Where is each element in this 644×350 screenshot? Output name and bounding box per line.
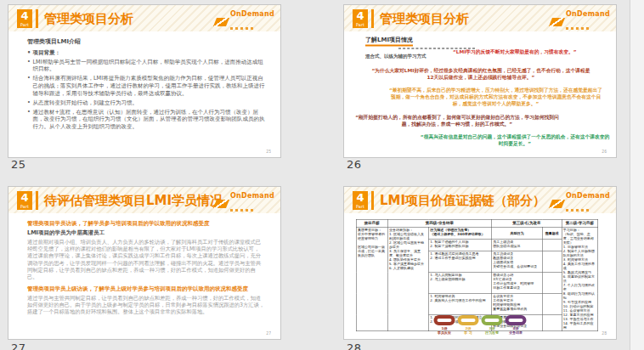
brand-logo: OnDemand bbox=[551, 193, 610, 214]
behavior-cell: 1. 制定了明确的个人目标 2. 制定了清晰的团队目标 bbox=[429, 239, 492, 251]
brand-logo: OnDemand bbox=[215, 11, 274, 32]
measure-cell bbox=[542, 272, 562, 293]
chain-label: 3级 行为改变 bbox=[485, 326, 499, 335]
evidence-cell: 员工上级访谈 团队业绩达成情况 bbox=[492, 239, 543, 251]
chain-link-icon bbox=[434, 315, 455, 325]
slide-thumbnail-27[interactable]: 4 Part 待评估管理类项目LMI学员情况 OnDemand 管理类项目学员访… bbox=[8, 186, 281, 340]
bullet-list: 项目背景： LMI帮助学员与主管一同根据组织目标制定个人目标，帮助学员实现个人目… bbox=[27, 48, 265, 130]
slide-body: 管理类项目学员访谈，了解学员参与培训项目后的学以致用的状况和感受度 LMI项目的… bbox=[8, 213, 280, 339]
chain-label: 1级 学员反应 bbox=[438, 326, 451, 335]
brand-logo: OnDemand bbox=[215, 193, 274, 214]
logo-subtext-dots bbox=[230, 19, 274, 32]
slide-header: 4 Part LMI项目价值证据链（部分） OnDemand bbox=[344, 187, 616, 213]
participant-quote: “LMI学习的反馈不断对大家帮助是有的，习惯有改变。” bbox=[453, 48, 608, 55]
part-number: 4 bbox=[353, 10, 368, 22]
participant-quote: “很高兴还有信息是对自己的问题，这个课程提供了一个反思的机会，还有这个课改变的时… bbox=[419, 133, 611, 147]
subsection-label: 混合式、以练为辅的学习方式 bbox=[365, 53, 427, 59]
supervisor-interview-heading: 管理类项目学员上级访谈，了解学员上级对学员参与培训项目后的学以致用的状况和感受度 bbox=[27, 285, 264, 292]
kirkpatrick-chain: 1级 学员反应 2级 学 习 3级 行为改变 4级 业务结果 bbox=[344, 315, 616, 335]
chain-link-icon bbox=[506, 315, 527, 325]
bullet-item: 项目背景： bbox=[27, 48, 265, 56]
slide-title: 管理类项目分析 bbox=[44, 11, 133, 27]
logo-subtext-dots bbox=[566, 19, 610, 32]
bullet-item: 结合海科原有测评结果，LMI将提升能力素质模型聚焦的能力作为目标，使管理人员可以… bbox=[27, 75, 265, 97]
slide-body: 管理类项目LMI介绍 项目背景： LMI帮助学员与主管一同根据组织目标制定个人目… bbox=[8, 31, 280, 157]
logo-name: OnDemand bbox=[230, 193, 274, 200]
measure-header: 衡量标准 bbox=[542, 227, 562, 239]
participant-quote: “刚开始挺打动人的，所有的点都看到了，如何做可以更好的做好自己的方法，学习如何找… bbox=[355, 114, 559, 127]
title-accent-bar bbox=[371, 9, 374, 28]
logo-name: OnDemand bbox=[566, 193, 610, 200]
logo-parallelogram-icon bbox=[213, 18, 229, 26]
logo-parallelogram-icon bbox=[549, 200, 565, 208]
measure-cell bbox=[542, 251, 562, 272]
part-number: 4 bbox=[353, 192, 368, 204]
brand-logo: OnDemand bbox=[551, 11, 610, 32]
interview-paragraph: 通过前期对项目小组、培训负责人、人力负责人的多轮访谈，了解到海科员工对于传统的课… bbox=[27, 239, 264, 281]
measure-cell bbox=[542, 239, 562, 251]
slide-number-label: 27 bbox=[11, 342, 26, 350]
logo-name: OnDemand bbox=[566, 11, 610, 18]
table-header-row: 效益目标 第四级-业务结果 第三级-行为改变 第二级-学习目标 bbox=[356, 219, 598, 227]
title-accent-bar bbox=[36, 191, 38, 210]
col-header: 第二级-学习目标 bbox=[562, 219, 598, 227]
logo-subtext-dots bbox=[230, 200, 274, 214]
participant-quote: “最初期望不高，后来自己的学习精进增大，压力特别大，通过培训找到了方法，还在感觉… bbox=[388, 87, 603, 107]
slide-title: 管理类项目分析 bbox=[380, 11, 469, 27]
behavior-desc-cell: 行为描述（管理行为改变） （通过上级评价、360度评估获取） bbox=[429, 227, 492, 239]
measure-cell bbox=[542, 293, 562, 314]
evidence-cell: 员工访谈记录 教练面谈记录 上级跟进反馈 关键任务达成、会议纪要记录 bbox=[492, 251, 543, 272]
behavior-cell: 1. 时间管理改善 2. 高效能人士的习惯在工作中的应用 bbox=[429, 293, 492, 314]
evidence-cell: 面谈记录小结 3方汇谈记录 工作计划完成率、时间管理 目标工作复盘记录 bbox=[492, 272, 543, 293]
chain-level-4: 4级 业务结果 bbox=[501, 315, 531, 335]
slide-header: 4 Part 管理类项目分析 OnDemand bbox=[344, 5, 616, 31]
audience-heading: LMI项目的学员为中层高潜员工 bbox=[27, 229, 264, 237]
typical-behavior-header: 典型行为 bbox=[492, 227, 543, 239]
slide-thumbnail-25[interactable]: 4 Part 管理类项目分析 OnDemand 管理类项目LMI介绍 项目背景：… bbox=[8, 4, 281, 158]
behavior-cell: 1. 通过教练式提问调动员工思考 2. 通过工作手册进行实践应用 bbox=[429, 251, 492, 272]
slide-page-number: 27 bbox=[266, 331, 271, 336]
chain-label: 2级 学 习 bbox=[464, 326, 472, 335]
bullet-item: 从态度转变到开始行动，到建立行为习惯。 bbox=[27, 99, 265, 106]
logo-parallelogram-icon bbox=[213, 200, 229, 208]
title-accent-bar bbox=[36, 9, 38, 28]
slide-number-label: 25 bbox=[11, 158, 26, 171]
slide-title: LMI项目价值证据链（部分） bbox=[380, 193, 545, 209]
part-label: Part bbox=[17, 204, 32, 209]
slide-thumbnail-26[interactable]: 4 Part 管理类项目分析 OnDemand 了解LMI项目情况 混合式、以练… bbox=[343, 4, 617, 158]
chain-link-icon bbox=[458, 315, 479, 325]
section-heading: 了解LMI项目情况 bbox=[365, 36, 413, 47]
slide-thumbnail-28[interactable]: 4 Part LMI项目价值证据链（部分） OnDemand 效益目标 第四级-… bbox=[343, 186, 617, 340]
supervisor-paragraph: 通过学员与主管共同制定目标，让学员看到自己的缺点和差距，养成一种习惯，好的工作模… bbox=[27, 295, 264, 316]
part-number: 4 bbox=[17, 10, 32, 22]
chain-label: 4级 业务结果 bbox=[509, 326, 523, 335]
table-subheader-row: 集团要求目标： 提升中层管理者的经营管理能力 区域公司目标一致达成，打造一支高效… bbox=[356, 227, 598, 239]
slide-body: 效益目标 第四级-业务结果 第三级-行为改变 第二级-学习目标 集团要求目标： … bbox=[344, 213, 616, 339]
title-accent-bar bbox=[371, 191, 374, 210]
slide-title: 待评估管理类项目LMI学员情况 bbox=[44, 193, 223, 209]
bullet-item: 通过教材+流程，在思维意识（认知）层面转变，通过行为训练，在个人行为习惯（改变）… bbox=[27, 108, 265, 130]
bullet-item: LMI帮助学员与主管一同根据组织目标制定个人目标，帮助学员实现个人目标，进而推动… bbox=[27, 58, 265, 72]
part-number: 4 bbox=[17, 192, 32, 204]
interview-heading: 管理类项目学员访谈，了解学员参与培训项目后的学以致用的状况和感受度 bbox=[27, 219, 264, 227]
slide-body: 了解LMI项目情况 混合式、以练为辅的学习方式 “LMI学习的反馈不断对大家帮助… bbox=[344, 31, 616, 157]
part-label: Part bbox=[353, 22, 368, 27]
part-label: Part bbox=[353, 204, 368, 209]
col-header: 第四级-业务结果 bbox=[387, 219, 491, 227]
slide-page-number: 25 bbox=[266, 150, 271, 154]
slide-page-number: 26 bbox=[602, 150, 607, 154]
participant-quote: “为什么大家对LMI好评价，经过很多次经典课程的红色氛围，已经无感了，也不会行动… bbox=[371, 67, 590, 81]
logo-name: OnDemand bbox=[230, 11, 274, 18]
slide-page-number: 28 bbox=[602, 331, 607, 336]
part-badge: 4 Part bbox=[17, 9, 32, 28]
part-badge: 4 Part bbox=[353, 9, 368, 28]
slide-number-label: 28 bbox=[347, 342, 362, 350]
behavior-cell: 1. 与人共同制定目标 2. 与上级定期回顾目标 bbox=[429, 272, 492, 293]
part-badge: 4 Part bbox=[353, 191, 368, 210]
scrollbar-track[interactable] bbox=[630, 0, 644, 350]
chain-link-icon bbox=[482, 315, 503, 325]
col-header: 效益目标 bbox=[356, 219, 387, 227]
part-label: Part bbox=[17, 22, 32, 27]
col-header: 第三级-行为改变 bbox=[492, 219, 562, 227]
part-badge: 4 Part bbox=[17, 191, 32, 210]
